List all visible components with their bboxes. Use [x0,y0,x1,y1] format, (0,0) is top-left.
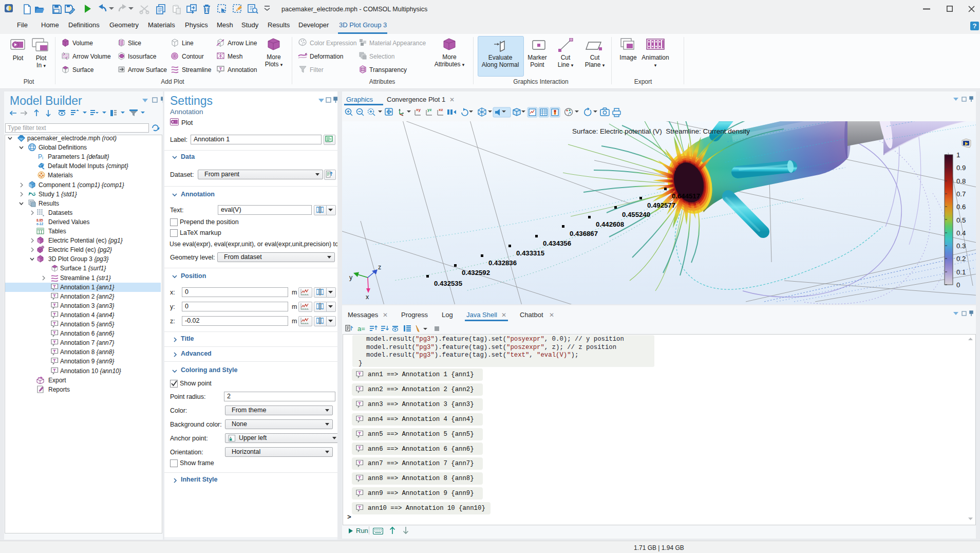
svg-text:1: 1 [956,151,960,159]
svg-text:P: P [38,153,42,160]
svg-text:yz: yz [427,107,431,112]
svg-text:0.442608: 0.442608 [596,220,624,228]
svg-text:0.6: 0.6 [956,203,966,211]
svg-text:0.9: 0.9 [956,164,966,172]
svg-text:0.432592: 0.432592 [462,269,490,276]
svg-text:0.7: 0.7 [956,190,966,198]
svg-text:8.85: 8.85 [36,218,43,222]
svg-text:0.4: 0.4 [956,229,966,237]
svg-text:0.432836: 0.432836 [488,259,517,267]
svg-text:?: ? [973,22,977,30]
svg-text:0.434356: 0.434356 [543,239,571,247]
svg-text:z: z [378,264,381,271]
svg-text:0: 0 [956,281,960,289]
svg-text:0.3: 0.3 [956,242,966,250]
svg-text:0.1: 0.1 [956,268,966,276]
svg-text:0.455240: 0.455240 [622,211,650,218]
svg-text:a=: a= [357,325,365,333]
svg-text:xy: xy [416,107,421,112]
svg-text:y: y [349,274,353,281]
svg-text:e-12: e-12 [36,222,43,226]
svg-text:xz: xz [439,107,443,112]
svg-text:x: x [366,293,369,301]
svg-text:0.5: 0.5 [956,216,966,224]
svg-text:i: i [42,155,43,160]
svg-text:0.8: 0.8 [956,177,966,185]
svg-text:0.433315: 0.433315 [516,249,544,257]
svg-text:0.644517: 0.644517 [672,192,700,200]
svg-text:0.492577: 0.492577 [647,201,675,209]
svg-text:Surface: Electric potential (V: Surface: Electric potential (V) Streamli… [572,127,750,135]
svg-text:0.432535: 0.432535 [434,280,462,287]
svg-text:0.436867: 0.436867 [570,230,598,237]
svg-text:0.2: 0.2 [956,255,966,263]
